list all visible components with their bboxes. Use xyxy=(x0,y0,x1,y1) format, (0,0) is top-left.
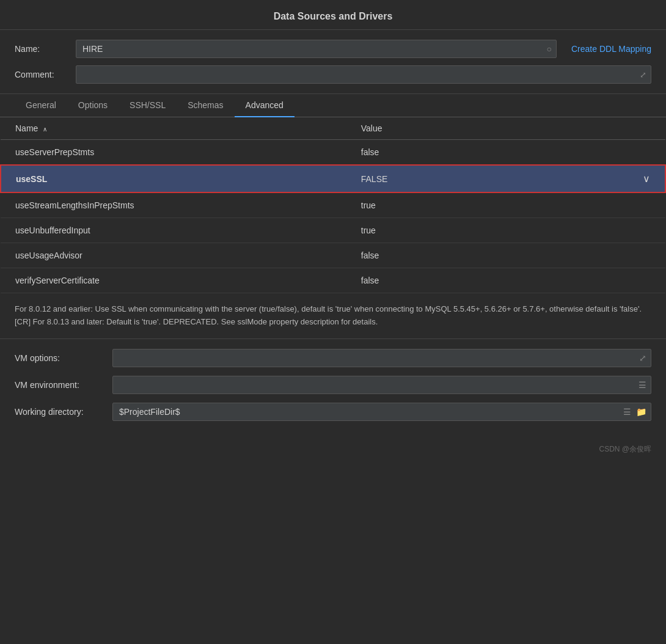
row-name: useServerPrepStmts xyxy=(1,140,346,166)
bottom-form: VM options: ⤢ VM environment: ☰ Working … xyxy=(0,339,666,439)
name-input-wrap: ○ xyxy=(76,40,557,58)
name-input-icon: ○ xyxy=(547,44,552,54)
row-value-selected: FALSE ∨ xyxy=(346,166,665,192)
row-value: false xyxy=(346,140,665,166)
row-name-selected: useSSL xyxy=(1,165,346,192)
table-row-selected[interactable]: useSSL FALSE ∨ xyxy=(1,165,665,192)
table-row[interactable]: verifyServerCertificate false xyxy=(1,268,665,293)
name-input[interactable] xyxy=(76,40,557,58)
working-directory-input-wrap: ☰ 📁 xyxy=(112,403,651,421)
working-directory-input[interactable] xyxy=(112,403,651,421)
tab-schemas[interactable]: Schemas xyxy=(177,94,234,117)
vm-environment-input-wrap: ☰ xyxy=(112,376,651,394)
description-text: For 8.0.12 and earlier: Use SSL when com… xyxy=(15,304,642,326)
create-ddl-link[interactable]: Create DDL Mapping xyxy=(571,44,651,54)
vm-environment-label: VM environment: xyxy=(15,380,112,390)
vm-options-label: VM options: xyxy=(15,353,112,363)
vm-environment-row: VM environment: ☰ xyxy=(15,376,651,394)
comment-input-wrap: ⤢ xyxy=(76,65,651,84)
row-name: verifyServerCertificate xyxy=(1,268,346,293)
table-row[interactable]: useStreamLengthsInPrepStmts true xyxy=(1,192,665,218)
row-value: false xyxy=(346,243,665,268)
col-header-name: Name ∧ xyxy=(1,117,346,140)
dropdown-chevron-icon[interactable]: ∨ xyxy=(643,173,650,185)
properties-table: Name ∧ Value useServerPrepStmts false us… xyxy=(0,117,666,293)
watermark-text: CSDN @余俊晖 xyxy=(599,445,651,453)
name-label: Name: xyxy=(15,44,76,54)
row-name: useStreamLengthsInPrepStmts xyxy=(1,192,346,218)
name-row: Name: ○ Create DDL Mapping xyxy=(15,40,651,58)
tabs-bar: General Options SSH/SSL Schemas Advanced xyxy=(0,94,666,117)
vm-options-input-wrap: ⤢ xyxy=(112,349,651,367)
description-area: For 8.0.12 and earlier: Use SSL when com… xyxy=(0,293,666,339)
dialog-header: Data Sources and Drivers xyxy=(0,0,666,30)
vm-environment-list-icon[interactable]: ☰ xyxy=(637,380,648,390)
row-value: false xyxy=(346,268,665,293)
working-directory-row: Working directory: ☰ 📁 xyxy=(15,403,651,421)
vm-options-row: VM options: ⤢ xyxy=(15,349,651,367)
vm-options-input[interactable] xyxy=(112,349,651,367)
dialog-title: Data Sources and Drivers xyxy=(274,11,393,21)
row-value: true xyxy=(346,192,665,218)
tab-general[interactable]: General xyxy=(15,94,67,117)
comment-expand-icon[interactable]: ⤢ xyxy=(640,70,646,79)
watermark: CSDN @余俊晖 xyxy=(0,439,666,459)
sort-arrow-icon: ∧ xyxy=(43,126,47,133)
vm-environment-input[interactable] xyxy=(112,376,651,394)
table-row[interactable]: useServerPrepStmts false xyxy=(1,140,665,166)
table-row[interactable]: useUnbufferedInput true xyxy=(1,218,665,243)
form-section: Name: ○ Create DDL Mapping Comment: ⤢ xyxy=(0,30,666,94)
working-directory-list-icon[interactable]: ☰ xyxy=(622,407,632,417)
vm-options-expand-icon[interactable]: ⤢ xyxy=(638,353,648,363)
row-value: true xyxy=(346,218,665,243)
col-header-value: Value xyxy=(346,117,665,140)
working-directory-label: Working directory: xyxy=(15,407,112,417)
tab-advanced[interactable]: Advanced xyxy=(235,94,295,117)
tab-ssh-ssl[interactable]: SSH/SSL xyxy=(119,94,177,117)
row-name: useUnbufferedInput xyxy=(1,218,346,243)
page-container: Data Sources and Drivers Name: ○ Create … xyxy=(0,0,666,459)
working-directory-folder-icon[interactable]: 📁 xyxy=(635,407,648,417)
comment-label: Comment: xyxy=(15,70,76,79)
row-name: useUsageAdvisor xyxy=(1,243,346,268)
comment-input[interactable] xyxy=(76,65,651,84)
table-row[interactable]: useUsageAdvisor false xyxy=(1,243,665,268)
tab-options[interactable]: Options xyxy=(67,94,119,117)
comment-row: Comment: ⤢ xyxy=(15,65,651,84)
